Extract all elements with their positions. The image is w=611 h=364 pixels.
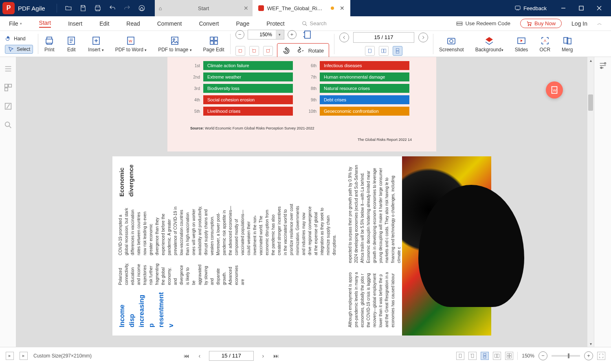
status-icon-1[interactable]: ▸ [6,352,14,360]
ocr-button[interactable]: AOCR [534,31,556,57]
open-icon[interactable] [64,4,73,12]
next-page-sb-button[interactable]: › [259,352,267,360]
pdf-to-image-button[interactable]: PDF to Image ▾ [152,31,197,57]
annotations-panel-icon[interactable] [4,102,13,111]
svg-text:A: A [544,39,546,43]
feedback-button[interactable]: Feedback [514,5,547,11]
status-bar: ▸ ▸ Custom Size(297×210mm) ⏮ ‹ › ⏭ 150% … [0,347,611,364]
print-icon[interactable] [94,4,102,12]
undo-icon[interactable] [108,4,116,12]
prev-page-button[interactable] [339,33,349,42]
scroll-thumb[interactable] [588,94,593,111]
minimize-button[interactable] [555,0,572,16]
scroll-down-icon[interactable]: ▾ [587,340,594,347]
menu-page[interactable]: Page [236,20,249,27]
pdf-file-icon [258,5,264,11]
feedback-label: Feedback [523,5,547,11]
fit-page-icon[interactable] [302,29,313,40]
tab-document[interactable]: WEF_The_Global_Risks_Repo... ✕ [253,0,350,16]
risk-row: 7thHuman environmental damage [307,72,409,81]
svg-rect-22 [368,49,371,53]
risk-row: 5thLivelihood crises [190,107,293,116]
crop-tool-3[interactable] [263,46,273,56]
risk-row: 10thGeoeconomic confrontation [307,107,409,116]
zoom-out-button[interactable]: − [235,30,244,39]
background-button[interactable]: Background▾ [470,31,509,57]
print-button[interactable]: Print [38,31,60,57]
redeem-code-button[interactable]: Use Redeem Code [456,20,510,27]
first-page-button[interactable]: ⏮ [183,352,190,360]
prev-page-sb-button[interactable]: ‹ [196,352,203,360]
sb-view-4[interactable] [493,352,501,360]
search-panel-icon[interactable] [4,121,13,129]
hand-tool[interactable]: Hand [5,34,33,43]
view-mode-3[interactable] [393,46,402,56]
status-page-input[interactable] [209,351,254,361]
zoom-in-button[interactable]: + [288,30,297,39]
menu-edit[interactable]: Edit [99,20,109,27]
login-button[interactable]: Log In [571,20,587,27]
pdf-to-word-button[interactable]: WPDF to Word ▾ [110,31,152,57]
view-mode-1[interactable] [365,46,375,56]
status-icon-2[interactable]: ▸ [20,352,28,360]
collapse-ribbon-icon[interactable]: ︿ [597,20,602,27]
risk-row: 2ndExtreme weather [190,72,293,81]
menu-file[interactable]: File ▾ [9,20,22,27]
chevron-down-icon[interactable]: ▾ [276,30,284,39]
main-area: W 1stClimate action failure2ndExtreme we… [0,57,611,347]
insert-button[interactable]: Insert ▾ [82,31,109,57]
tab-start[interactable]: ⌂ Start ✕ [155,0,253,16]
home-icon[interactable] [138,4,146,12]
menu-comment[interactable]: Comment [157,20,182,27]
rotate-right-icon[interactable] [295,47,303,55]
crop-tool-2[interactable] [249,46,259,56]
menu-start[interactable]: Start [39,20,51,28]
svg-rect-43 [471,354,474,357]
zoom-slider[interactable] [552,355,580,357]
menu-read[interactable]: Read [126,20,140,27]
view-mode-2[interactable] [379,46,389,56]
properties-panel-icon[interactable] [598,61,607,70]
sb-view-2[interactable] [468,352,477,360]
convert-float-button[interactable]: W [546,81,563,99]
thumbnails-panel-icon[interactable] [4,83,13,92]
vertical-scrollbar[interactable]: ▴ ▾ [587,57,594,347]
buy-now-button[interactable]: Buy Now [520,19,562,28]
svg-rect-18 [305,31,310,38]
status-zoom-in[interactable]: + [584,351,593,360]
close-button[interactable] [591,0,608,16]
rotate-label[interactable]: Rotate [308,48,324,54]
save-icon[interactable] [79,4,87,12]
edit-button[interactable]: Edit [60,31,82,57]
risk-row: 1stClimate action failure [190,61,293,70]
maximize-button[interactable] [573,0,590,16]
close-doc-tab-icon[interactable]: ✕ [340,5,345,11]
page-edit-button[interactable]: Page Edit [198,31,230,57]
scroll-up-icon[interactable]: ▴ [587,57,594,64]
sb-view-5[interactable] [505,352,513,360]
merge-button[interactable]: Merg [556,31,574,57]
status-zoom-out[interactable]: − [538,351,547,360]
crop-tool-1[interactable] [235,46,245,56]
page-number-input[interactable] [353,32,414,43]
menu-convert[interactable]: Convert [199,20,219,27]
sb-view-1[interactable] [456,352,464,360]
sb-view-3[interactable] [481,352,489,360]
menu-insert[interactable]: Insert [68,20,82,27]
last-page-button[interactable]: ⏭ [273,352,280,360]
redo-icon[interactable] [123,4,131,12]
rotate-left-icon[interactable] [282,47,290,55]
risk-row: 9thDebt crises [307,95,409,104]
search-input[interactable]: Search [302,20,327,26]
menu-protect[interactable]: Protect [266,20,284,27]
screenshot-button[interactable]: Screenshot [433,31,470,57]
outline-panel-icon[interactable] [4,64,13,73]
next-page-button[interactable] [418,33,428,42]
svg-rect-14 [210,37,213,40]
close-tab-icon[interactable]: ✕ [244,5,248,11]
slides-button[interactable]: Slides [509,31,534,57]
document-viewport[interactable]: W 1stClimate action failure2ndExtreme we… [16,57,587,347]
fullscreen-button[interactable] [597,352,605,360]
zoom-select[interactable]: 150%▾ [248,30,284,39]
select-tool[interactable]: Select [5,45,33,54]
